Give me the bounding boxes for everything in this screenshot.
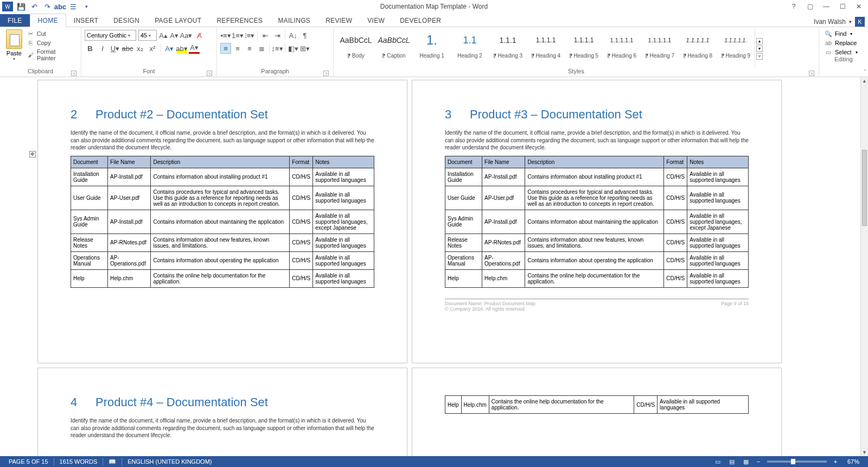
spellcheck-icon[interactable]: abc	[55, 2, 65, 11]
align-center-icon[interactable]: ≡	[232, 43, 243, 54]
show-marks-icon[interactable]: ¶	[299, 30, 310, 41]
grow-font-icon[interactable]: A▴	[159, 30, 168, 41]
line-spacing-icon[interactable]: ↕≡▾	[272, 43, 283, 54]
style-item[interactable]: 1.1.1.1.1⁋ Heading 6	[603, 29, 641, 61]
text-effects-icon[interactable]: A▾	[164, 43, 175, 54]
copy-icon: ⎘	[27, 39, 35, 47]
select-button[interactable]: ▭Select▾	[825, 48, 863, 56]
app-title: Documentation Map Template - Word	[380, 3, 488, 10]
close-icon[interactable]: ✕	[853, 2, 865, 11]
shrink-font-icon[interactable]: A▾	[170, 30, 178, 41]
select-icon: ▭	[825, 48, 832, 56]
multilevel-icon[interactable]: ⁝≡▾	[244, 30, 255, 41]
style-item[interactable]: 1.1.1⁋ Heading 3	[489, 29, 527, 61]
sort-icon[interactable]: A↓	[288, 30, 298, 41]
subscript-icon[interactable]: x₂	[135, 43, 145, 54]
font-color-icon[interactable]: A▾	[189, 43, 200, 54]
shading-icon[interactable]: ◧▾	[288, 43, 298, 54]
increase-indent-icon[interactable]: ⇥	[272, 30, 283, 41]
bullets-icon[interactable]: ▪≡▾	[220, 30, 231, 41]
ribbon-tabs: FILE HOME INSERT DESIGN PAGE LAYOUT REFE…	[0, 13, 868, 27]
highlight-icon[interactable]: ab▾	[176, 43, 187, 54]
style-item[interactable]: 1.1.1.1⁋ Heading 5	[565, 29, 603, 61]
styles-row-up-icon[interactable]: ▴	[756, 38, 763, 45]
tab-insert[interactable]: INSERT	[66, 14, 106, 27]
style-item[interactable]: 1.Heading 1	[413, 29, 451, 61]
paste-icon	[6, 29, 22, 49]
format-painter-button[interactable]: 🖌Format Painter	[27, 48, 76, 61]
tab-design[interactable]: DESIGN	[106, 14, 147, 27]
find-icon: 🔍	[825, 30, 832, 37]
format-painter-icon: 🖌	[27, 51, 35, 59]
styles-more[interactable]: ▴▾▿	[755, 29, 763, 68]
tab-review[interactable]: REVIEW	[318, 14, 360, 27]
undo-icon[interactable]: ↶	[29, 2, 39, 11]
clipboard-launcher[interactable]: ↘	[71, 71, 76, 76]
paragraph-launcher[interactable]: ↘	[323, 71, 329, 76]
cut-icon: ✂	[27, 30, 35, 37]
styles-expand-icon[interactable]: ▿	[756, 53, 763, 60]
underline-icon[interactable]: U▾	[110, 43, 120, 54]
styles-group-label: Styles	[568, 68, 584, 74]
bold-icon[interactable]: B	[85, 43, 95, 54]
save-icon[interactable]: 💾	[16, 2, 26, 11]
tab-developer[interactable]: DEVELOPER	[392, 14, 449, 27]
superscript-icon[interactable]: x²	[147, 43, 158, 54]
clear-formatting-icon[interactable]: A̸	[194, 30, 205, 41]
style-item[interactable]: 1.1.1.1.1.⁋ Heading 9	[717, 29, 755, 61]
replace-button[interactable]: abReplace	[825, 39, 863, 47]
styles-launcher[interactable]: ↘	[809, 71, 814, 76]
word-app-icon[interactable]: W	[2, 2, 13, 11]
font-launcher[interactable]: ↘	[207, 71, 212, 76]
style-item[interactable]: AaBbCcL⁋ Caption	[375, 29, 413, 61]
style-item[interactable]: 1.1.1.1.1⁋ Heading 8	[679, 29, 717, 61]
styles-gallery[interactable]: AaBbCcL⁋ BodyAaBbCcL⁋ Caption1.Heading 1…	[337, 28, 815, 68]
align-left-icon[interactable]: ≡	[220, 43, 231, 54]
qat-customize-icon[interactable]: ▾	[81, 2, 91, 11]
maximize-icon[interactable]: ☐	[837, 2, 848, 11]
tab-references[interactable]: REFERENCES	[209, 14, 270, 27]
copy-button[interactable]: ⎘Copy	[27, 39, 76, 47]
borders-icon[interactable]: ⊞▾	[299, 43, 310, 54]
clipboard-group-label: Clipboard	[28, 68, 53, 74]
style-item[interactable]: 1.1.1.1.1⁋ Heading 7	[641, 29, 679, 61]
font-name-combo[interactable]: Century Gothic▾	[85, 30, 136, 41]
paragraph-group-label: Paragraph	[261, 68, 289, 74]
decrease-indent-icon[interactable]: ⇤	[260, 30, 271, 41]
redo-icon[interactable]: ↷	[42, 2, 52, 11]
style-item[interactable]: 1.1.1.1⁋ Heading 4	[527, 29, 565, 61]
title-bar: W 💾 ↶ ↷ abc ☰ ▾ Documentation Map Templa…	[0, 0, 868, 13]
tab-page-layout[interactable]: PAGE LAYOUT	[147, 14, 209, 27]
ribbon-display-icon[interactable]: ▢	[804, 2, 816, 11]
quick-access-toolbar: W 💾 ↶ ↷ abc ☰ ▾	[0, 2, 91, 11]
style-item[interactable]: AaBbCcL⁋ Body	[337, 29, 375, 61]
change-case-icon[interactable]: Aa▾	[181, 30, 192, 41]
find-button[interactable]: 🔍Find▾	[825, 30, 863, 37]
collapse-ribbon-icon[interactable]: ˆ	[864, 70, 866, 75]
tab-home[interactable]: HOME	[30, 14, 66, 27]
strikethrough-icon[interactable]: abc	[122, 43, 133, 54]
tab-file[interactable]: FILE	[0, 14, 30, 27]
italic-icon[interactable]: I	[97, 43, 108, 54]
minimize-icon[interactable]: —	[820, 2, 832, 11]
font-size-combo[interactable]: 45▾	[138, 30, 157, 41]
tab-view[interactable]: VIEW	[360, 14, 392, 27]
justify-icon[interactable]: ≣	[256, 43, 267, 54]
user-avatar[interactable]: K	[855, 17, 865, 27]
replace-icon: ab	[825, 39, 832, 47]
ribbon: Paste ▾ ✂Cut ⎘Copy 🖌Format Painter Clipb…	[0, 27, 868, 77]
tab-mailings[interactable]: MAILINGS	[270, 14, 318, 27]
paste-button[interactable]: Paste ▾	[3, 28, 25, 61]
numbering-icon[interactable]: 1≡▾	[232, 30, 243, 41]
style-item[interactable]: 1.1Heading 2	[451, 29, 489, 61]
touch-mode-icon[interactable]: ☰	[68, 2, 78, 11]
user-name[interactable]: Ivan Walsh	[814, 18, 846, 26]
styles-row-down-icon[interactable]: ▾	[756, 46, 763, 52]
editing-group-label: Editing	[834, 56, 853, 62]
font-group-label: Font	[143, 68, 155, 74]
help-icon[interactable]: ?	[788, 2, 800, 11]
cut-button[interactable]: ✂Cut	[27, 30, 76, 37]
align-right-icon[interactable]: ≡	[244, 43, 255, 54]
